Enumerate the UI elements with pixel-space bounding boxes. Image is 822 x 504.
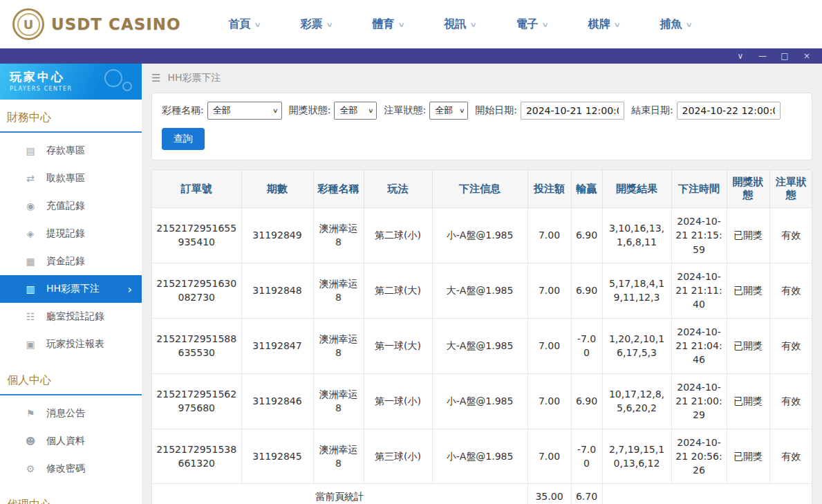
start-date-filter: 開始日期: — [475, 102, 624, 120]
section-finance-center: 財務中心 — [0, 111, 142, 133]
chevron-down-icon: ∨ — [398, 21, 406, 28]
lottery-bet-icon: ▥ — [25, 283, 36, 295]
sidebar-item-recharge-record[interactable]: ◉ 充值記錄 — [0, 192, 142, 220]
filter-panel: 彩種名稱: 全部 ∨ 開獎狀態: 全部 ∨ 注單 — [151, 93, 812, 160]
window-chevron-button[interactable]: ∨ — [729, 48, 751, 64]
cell-order-status: 有效 — [769, 373, 812, 429]
cell-win: -7.00 — [571, 318, 602, 373]
menu-icon[interactable]: ☰ — [151, 72, 160, 84]
end-date-input[interactable] — [677, 102, 781, 120]
sidebar-item-profile[interactable]: ☻ 個人資料 — [0, 427, 142, 455]
cell-bet-info: 小-A盤@1.985 — [432, 373, 527, 429]
chevron-down-icon: ∨ — [254, 21, 262, 28]
cell-order-id: 2152172951538661320 — [152, 429, 241, 484]
nav-item-video[interactable]: 視訊 ∨ — [424, 17, 496, 32]
cell-time: 2024-10-21 21:00:29 — [671, 373, 727, 429]
logo-emblem-icon: U — [12, 8, 44, 40]
order-status-filter: 注單狀態: 全部 ∨ — [384, 102, 468, 120]
cell-bet-info: 大-A盤@1.985 — [432, 318, 527, 373]
cell-period: 31192847 — [241, 318, 313, 373]
cell-order-status: 有效 — [769, 263, 812, 318]
nav-item-chess[interactable]: 棋牌 ∨ — [568, 17, 640, 32]
bets-table-card: 訂單號 期數 彩種名稱 玩法 下注信息 投注額 輸贏 開獎結果 下注時間 開獎狀… — [151, 169, 812, 504]
room-record-icon: ☷ — [25, 311, 36, 322]
cell-win: -7.00 — [571, 429, 602, 484]
filter-row: 彩種名稱: 全部 ∨ 開獎狀態: 全部 ∨ 注單 — [162, 102, 802, 120]
section-agent-center: 代理中心 — [0, 498, 142, 504]
deposit-icon: ▤ — [25, 145, 36, 156]
chevron-down-icon: ∨ — [368, 107, 374, 114]
summary-row-page: 當前頁統計 35.00 6.70 — [152, 484, 812, 504]
nav-item-sports[interactable]: 體育 ∨ — [353, 17, 424, 32]
cash-record-icon: ◈ — [25, 228, 36, 239]
order-status-select-value: 全部 — [435, 104, 453, 117]
cell-play: 第二球(大) — [364, 263, 432, 318]
cell-bet-info: 大-A盤@1.985 — [432, 263, 527, 318]
end-date-label: 結束日期: — [631, 104, 673, 117]
logo-text: USDT CASINO — [51, 15, 181, 33]
draw-status-filter: 開獎狀態: 全部 ∨ — [289, 102, 377, 120]
cell-period: 31192845 — [241, 429, 313, 484]
cell-lottery: 澳洲幸运8 — [313, 429, 364, 484]
nav-item-home[interactable]: 首頁 ∨ — [209, 17, 281, 32]
logo[interactable]: U USDT CASINO — [12, 8, 181, 40]
window-minimize-button[interactable]: — — [751, 48, 774, 64]
chevron-down-icon: ∨ — [326, 21, 334, 28]
nav-item-lottery[interactable]: 彩票 ∨ — [281, 17, 353, 32]
table-header-row: 訂單號 期數 彩種名稱 玩法 下注信息 投注額 輸贏 開獎結果 下注時間 開獎狀… — [152, 170, 812, 208]
cell-time: 2024-10-21 21:04:46 — [671, 318, 727, 373]
header-order-id: 訂單號 — [152, 170, 241, 208]
sidebar-item-announcements[interactable]: ⚑ 消息公告 — [0, 400, 142, 427]
window-maximize-button[interactable]: □ — [774, 48, 796, 64]
chevron-down-icon: ∨ — [459, 107, 465, 114]
header-order-status: 注單狀態 — [769, 170, 812, 208]
sidebar-item-funds-record[interactable]: ▦ 資金記錄 — [0, 248, 142, 275]
breadcrumb: ☰ HH彩票下注 — [151, 64, 812, 93]
sidebar-item-withdraw[interactable]: ⇄ 取款專區 — [0, 165, 142, 192]
sidebar-item-hh-lottery-bets[interactable]: ▥ HH彩票下注 › — [0, 275, 142, 303]
window-title-bar: ∨ — □ × — [0, 48, 822, 64]
cell-play: 第一球(小) — [364, 373, 432, 429]
window-close-button[interactable]: × — [796, 48, 818, 64]
recharge-record-icon: ◉ — [25, 200, 36, 212]
query-button[interactable]: 查詢 — [162, 128, 205, 150]
nav-item-label: 彩票 — [300, 17, 322, 32]
sidebar-item-label: 廳室投註記錄 — [46, 310, 104, 323]
start-date-label: 開始日期: — [475, 104, 517, 117]
password-icon: ⚙ — [25, 463, 36, 474]
sidebar-item-label: 存款專區 — [46, 144, 85, 157]
sidebar-header-decoration — [122, 82, 132, 91]
nav-item-fishing[interactable]: 捕魚 ∨ — [640, 17, 712, 32]
sidebar: 玩家中心 PLAYERS CENTER 財務中心 ▤ 存款專區 ⇄ 取款專區 ◉… — [0, 64, 142, 504]
main-nav: 首頁 ∨ 彩票 ∨ 體育 ∨ 視訊 ∨ 電子 ∨ 棋牌 ∨ — [209, 17, 810, 32]
header-amount: 投注額 — [527, 170, 571, 208]
cell-time: 2024-10-21 21:15:59 — [671, 208, 727, 263]
nav-item-electronic[interactable]: 電子 ∨ — [496, 17, 568, 32]
sidebar-item-label: 修改密碼 — [46, 463, 85, 475]
header-win: 輸贏 — [571, 170, 602, 208]
draw-status-select[interactable]: 全部 ∨ — [334, 102, 377, 120]
sidebar-item-change-password[interactable]: ⚙ 修改密碼 — [0, 455, 142, 483]
withdraw-icon: ⇄ — [25, 173, 36, 184]
sidebar-item-deposit[interactable]: ▤ 存款專區 — [0, 137, 142, 165]
start-date-input[interactable] — [521, 102, 624, 120]
sidebar-item-player-bet-report[interactable]: ▣ 玩家投注報表 — [0, 330, 142, 358]
order-status-select[interactable]: 全部 ∨ — [429, 102, 468, 120]
sidebar-item-label: 提現記錄 — [46, 227, 85, 240]
sidebar-item-room-bet-record[interactable]: ☷ 廳室投註記錄 — [0, 303, 142, 330]
nav-item-label: 捕魚 — [660, 17, 682, 32]
page-summary-label: 當前頁統計 — [152, 484, 527, 504]
cell-order-id: 2152172951655935410 — [152, 208, 241, 263]
lottery-select[interactable]: 全部 ∨ — [207, 102, 282, 120]
cell-order-id: 2152172951588635530 — [152, 318, 241, 373]
cell-draw-status: 已開獎 — [727, 429, 769, 484]
cell-lottery: 澳洲幸运8 — [313, 263, 364, 318]
sidebar-item-cash-record[interactable]: ◈ 提現記錄 — [0, 220, 142, 248]
cell-win: 6.90 — [571, 373, 602, 429]
cell-period: 31192846 — [241, 373, 313, 429]
cell-result: 10,17,12,8,5,6,20,2 — [602, 373, 671, 429]
table-row: 2152172951562975680 31192846 澳洲幸运8 第一球(小… — [152, 373, 812, 429]
cell-time: 2024-10-21 21:11:40 — [671, 263, 727, 318]
sidebar-item-label: 充值記錄 — [46, 200, 85, 212]
page-summary-win: 6.70 — [571, 484, 602, 504]
